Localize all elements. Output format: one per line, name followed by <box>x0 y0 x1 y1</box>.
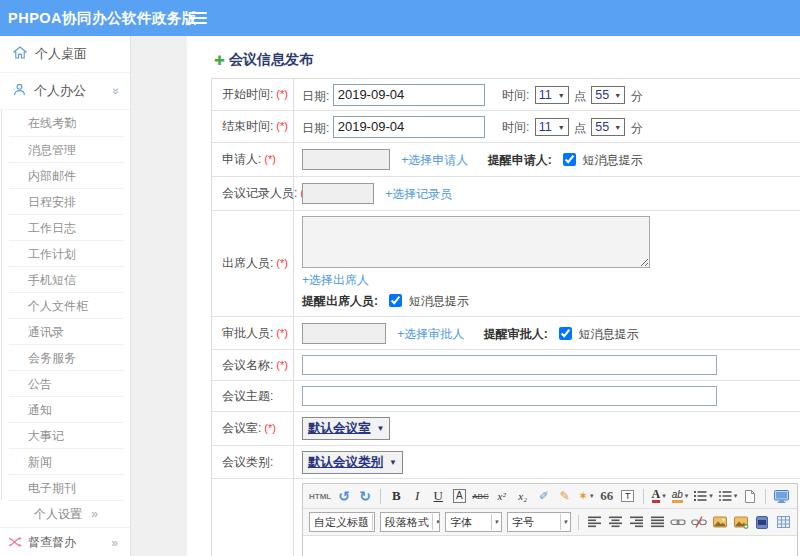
editor-content-area[interactable] <box>303 536 797 556</box>
redo-icon[interactable]: ↻ <box>357 487 373 505</box>
sidebar-subitem[interactable]: 公告 <box>9 370 124 396</box>
paste-text-icon[interactable]: T <box>620 487 636 505</box>
custom-title-select[interactable]: 自定义标题▾ <box>309 512 375 532</box>
sidebar-subitem[interactable]: 大事记 <box>9 422 124 448</box>
start-hour-select[interactable]: 11▼ <box>535 86 569 104</box>
sms-remind-checkbox[interactable] <box>563 153 576 166</box>
meeting-subject-input[interactable] <box>302 386 717 406</box>
sidebar-subitem[interactable]: 工作计划 <box>9 240 124 266</box>
choose-recorder-link[interactable]: +选择记录员 <box>385 187 452 201</box>
sidebar-item-office[interactable]: 个人办公 » <box>0 73 130 110</box>
underline-icon[interactable]: U <box>430 487 446 505</box>
subscript-icon[interactable]: x₂ <box>515 487 531 505</box>
shuffle-icon <box>8 536 22 550</box>
align-justify-icon[interactable] <box>649 513 665 531</box>
form-row-start-time: 开始时间:(*) 日期: 时间: 11▼ 点 55▼ 分 <box>212 79 800 111</box>
unordered-list-icon[interactable]: ▾ <box>718 487 738 505</box>
sms-remind-checkbox[interactable] <box>389 294 402 307</box>
attendees-textarea[interactable] <box>302 216 650 268</box>
sidebar-subitem[interactable]: 新闻 <box>9 448 124 474</box>
time-label: 时间: <box>502 120 529 134</box>
end-minute-select[interactable]: 55▼ <box>591 118 625 136</box>
end-date-input[interactable] <box>333 116 485 138</box>
superscript-icon[interactable]: x² <box>494 487 510 505</box>
sidebar-subitem[interactable]: 在线考勤 <box>9 110 124 136</box>
sidebar-item-supervise[interactable]: 督查督办 » <box>0 527 130 556</box>
html-source-button[interactable]: HTML <box>309 487 331 505</box>
image-icon[interactable] <box>712 513 728 531</box>
sms-label: 短消息提示 <box>578 327 638 341</box>
required-marker: (*) <box>264 422 276 434</box>
start-minute-select[interactable]: 55▼ <box>591 86 625 104</box>
remind-approver-label: 提醒审批人: <box>484 327 548 341</box>
sidebar-subitem[interactable]: 通知 <box>9 396 124 422</box>
media-icon[interactable] <box>754 513 770 531</box>
menu-toggle-icon[interactable] <box>190 12 207 25</box>
required-marker: (*) <box>276 327 288 339</box>
choose-approver-link[interactable]: +选择审批人 <box>397 327 464 341</box>
unlink-icon[interactable] <box>691 513 707 531</box>
ordered-list-icon[interactable]: ▾ <box>693 487 713 505</box>
align-left-icon[interactable] <box>586 513 602 531</box>
meeting-category-select[interactable]: 默认会议类别▼ <box>302 451 403 474</box>
chevron-right-icon: » <box>91 507 98 521</box>
applicant-input[interactable] <box>302 149 390 170</box>
sidebar-subitem[interactable]: 工作日志 <box>9 214 124 240</box>
approver-input[interactable] <box>302 323 386 344</box>
dropdown-arrow-icon: ▼ <box>558 124 565 131</box>
sidebar-subitem[interactable]: 通讯录 <box>9 318 124 344</box>
minute-unit-label: 分 <box>631 120 643 134</box>
font-size-select[interactable]: 字号▾ <box>507 512 571 532</box>
blockquote-icon[interactable]: 66 <box>599 487 615 505</box>
choose-applicant-link[interactable]: +选择申请人 <box>401 153 468 167</box>
required-marker: (*) <box>264 153 276 165</box>
sidebar-item-desktop[interactable]: 个人桌面 <box>0 36 130 73</box>
insert-image-icon[interactable] <box>733 513 749 531</box>
sidebar-subitem[interactable]: 日程安排 <box>9 188 124 214</box>
italic-icon[interactable]: I <box>409 487 425 505</box>
app: PHPOA协同办公软件政务版 个人桌面 个人办公 » 在线考勤消息管理内部邮件日… <box>0 0 800 556</box>
toolbar-separator <box>765 489 766 504</box>
start-date-input[interactable] <box>333 84 485 106</box>
choose-attendees-link[interactable]: +选择出席人 <box>302 272 369 289</box>
editor-toolbar-row1: HTML↺↻BIUAABCx²x₂✐✎✶▾66TA▾ab▾▾▾ <box>303 484 797 509</box>
dropdown-arrow-icon: ▼ <box>614 92 621 99</box>
remind-applicant-label: 提醒申请人: <box>488 153 552 167</box>
bold-icon[interactable]: B <box>388 487 404 505</box>
meeting-name-input[interactable] <box>302 355 717 375</box>
format-brush-icon[interactable]: ✎ <box>557 487 573 505</box>
meeting-room-select[interactable]: 默认会议室▼ <box>302 417 390 440</box>
highlight-color-icon[interactable]: ab▾ <box>672 487 689 505</box>
sidebar-subitem[interactable]: 手机短信 <box>9 266 124 292</box>
sidebar-item-settings[interactable]: 个人设置 » <box>8 500 124 527</box>
font-name-icon[interactable]: A <box>451 487 467 505</box>
sidebar-subitem[interactable]: 内部邮件 <box>9 162 124 188</box>
sidebar-subitem[interactable]: 电子期刊 <box>9 474 124 500</box>
sidebar-subitem[interactable]: 个人文件柜 <box>9 292 124 318</box>
link-icon[interactable] <box>670 513 686 531</box>
magic-wand-icon[interactable]: ✶▾ <box>578 487 594 505</box>
end-hour-select[interactable]: 11▼ <box>535 118 569 136</box>
table-icon[interactable] <box>775 513 791 531</box>
sidebar-subitem[interactable]: 会务服务 <box>9 344 124 370</box>
recorder-input[interactable] <box>302 183 374 204</box>
home-icon <box>13 46 27 62</box>
font-family-select[interactable]: 字体▾ <box>445 512 502 532</box>
sms-remind-checkbox[interactable] <box>559 327 572 340</box>
fullscreen-icon[interactable] <box>773 487 789 505</box>
sidebar-subitem[interactable]: 消息管理 <box>9 136 124 162</box>
hour-unit-label: 点 <box>574 120 586 134</box>
align-right-icon[interactable] <box>628 513 644 531</box>
sidebar: 个人桌面 个人办公 » 在线考勤消息管理内部邮件日程安排工作日志工作计划手机短信… <box>0 36 131 556</box>
field-label: 会议记录人员: <box>222 186 297 200</box>
undo-icon[interactable]: ↺ <box>336 487 352 505</box>
remind-attendees-label: 提醒出席人员: <box>302 294 378 308</box>
eraser-icon[interactable]: ✐ <box>536 487 552 505</box>
field-label: 开始时间: <box>222 87 273 101</box>
new-page-icon[interactable] <box>742 487 758 505</box>
paragraph-format-select[interactable]: 段落格式▾ <box>380 512 440 532</box>
font-color-icon[interactable]: A▾ <box>651 487 667 505</box>
strikethrough-icon[interactable]: ABC <box>472 487 488 505</box>
field-label: 申请人: <box>222 152 261 166</box>
align-center-icon[interactable] <box>607 513 623 531</box>
